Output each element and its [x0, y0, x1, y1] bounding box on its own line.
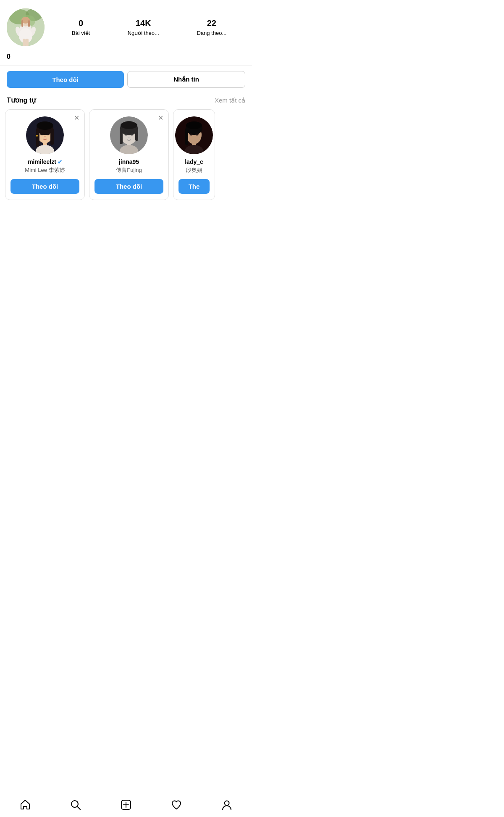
follow-button-3[interactable]: The: [178, 179, 210, 194]
close-icon-2[interactable]: ✕: [158, 114, 163, 122]
following-count: 22: [207, 18, 216, 28]
posts-label: Bài viết: [72, 30, 90, 36]
svg-rect-13: [23, 39, 26, 46]
message-button[interactable]: Nhắn tin: [127, 71, 245, 88]
svg-point-32: [121, 121, 137, 129]
card-display-name-1: Mimi Lee 李紫婷: [25, 166, 65, 174]
svg-point-44: [196, 134, 199, 136]
card-display-name-2: 傅菁Fujing: [116, 166, 142, 174]
svg-rect-14: [26, 39, 29, 46]
post-count-row: 0: [0, 50, 252, 66]
svg-rect-8: [21, 20, 23, 27]
card-avatar-2[interactable]: [110, 116, 148, 154]
see-all-button[interactable]: Xem tất cả: [215, 97, 245, 104]
svg-point-34: [131, 134, 134, 136]
stat-followers[interactable]: 14K Người theo...: [128, 18, 159, 36]
suggestion-card-2: ✕ jinna95: [89, 109, 169, 200]
close-icon-1[interactable]: ✕: [74, 114, 79, 122]
svg-rect-41: [185, 128, 188, 145]
follow-button-1[interactable]: Theo dõi: [10, 179, 79, 194]
followers-count: 14K: [136, 18, 151, 28]
svg-point-35: [129, 137, 130, 138]
profile-header: 0 Bài viết 14K Người theo... 22 Đang the…: [0, 0, 252, 50]
svg-point-42: [186, 121, 202, 129]
username-text-1: mimileelzt: [28, 158, 56, 165]
followers-label: Người theo...: [128, 30, 159, 36]
username-text-2: jinna95: [119, 158, 139, 165]
card-username-3: lady_c: [185, 158, 203, 165]
verified-icon-1: ✔: [58, 159, 62, 165]
svg-point-21: [40, 133, 44, 135]
card-avatar-3[interactable]: [175, 116, 213, 154]
svg-point-20: [37, 121, 53, 130]
svg-point-23: [44, 136, 46, 137]
suggestions-row: ✕: [0, 109, 252, 200]
card-avatar-1[interactable]: [26, 116, 64, 154]
action-buttons: Theo dõi Nhắn tin: [0, 66, 252, 93]
bottom-spacer: [0, 326, 252, 356]
svg-rect-30: [120, 128, 123, 144]
card-username-2: jinna95: [119, 158, 139, 165]
stat-posts[interactable]: 0 Bài viết: [72, 18, 90, 36]
card-display-name-3: 段奥娟: [186, 166, 202, 174]
similar-title: Tương tự: [7, 96, 36, 104]
svg-rect-18: [36, 128, 39, 147]
content-area: [0, 200, 252, 326]
stat-following[interactable]: 22 Đang theo...: [197, 18, 226, 36]
svg-point-33: [125, 134, 128, 136]
follow-button[interactable]: Theo dõi: [7, 71, 124, 88]
svg-point-22: [46, 133, 50, 135]
profile-avatar[interactable]: [7, 8, 45, 46]
svg-rect-19: [50, 128, 54, 145]
svg-rect-31: [135, 128, 138, 141]
following-label: Đang theo...: [197, 30, 226, 36]
similar-header: Tương tự Xem tất cả: [0, 93, 252, 109]
svg-point-43: [190, 134, 193, 136]
post-count-value: 0: [7, 53, 10, 60]
follow-button-2[interactable]: Theo dõi: [94, 179, 163, 194]
username-text-3: lady_c: [185, 158, 203, 165]
suggestion-card-1: ✕: [5, 109, 85, 200]
svg-point-24: [36, 135, 38, 137]
card-username-1: mimileelzt ✔: [28, 158, 62, 165]
svg-rect-9: [28, 20, 30, 27]
stats-container: 0 Bài viết 14K Người theo... 22 Đang the…: [53, 18, 245, 36]
posts-count: 0: [79, 18, 83, 28]
suggestion-card-3: lady_c 段奥娟 The: [173, 109, 215, 200]
